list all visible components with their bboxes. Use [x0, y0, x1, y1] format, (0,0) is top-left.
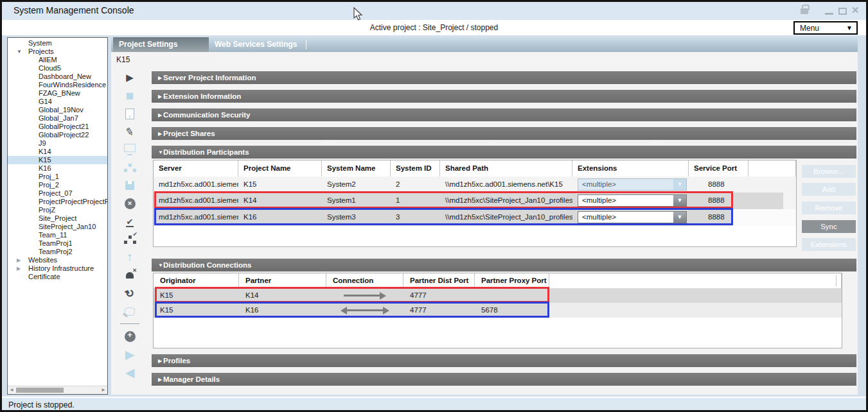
upgrade-icon[interactable]	[121, 249, 138, 266]
connection-row[interactable]: K15K144777	[154, 288, 842, 303]
tree-item-label: AllEM	[39, 56, 57, 64]
right-arrow-icon	[326, 288, 403, 303]
tree-item-websites[interactable]: ▶Websites	[8, 256, 107, 264]
tree-item-site-project[interactable]: Site_Project	[8, 214, 107, 223]
section-server-project-information[interactable]: ▶ Server Project Information	[152, 71, 856, 84]
maximize-icon[interactable]	[838, 8, 847, 15]
tree-item-global-19nov[interactable]: Global_19Nov	[8, 106, 107, 114]
participant-row[interactable]: md1zh5xc.ad001.siemensK14System11\\md1zh…	[154, 193, 796, 209]
save-icon[interactable]	[121, 177, 138, 194]
scroll-right-icon[interactable]: ►	[100, 387, 107, 393]
start-project-icon[interactable]	[121, 69, 138, 86]
tree-item-project-07[interactable]: Project_07	[8, 189, 107, 198]
section-communication-security[interactable]: ▶ Communication Security	[152, 108, 856, 121]
link-back-icon[interactable]	[121, 364, 138, 381]
extensions-dropdown[interactable]: <multiple>▼	[578, 194, 687, 207]
cell-system-id: 3	[391, 209, 440, 226]
active-project-text: Active project : Site_Project / stopped	[2, 23, 866, 32]
window-title: System Management Console	[13, 5, 134, 15]
tree-item-global-jan7[interactable]: Global_Jan7	[8, 114, 107, 123]
section-distribution-participants[interactable]: ▼ Distribution Participants	[152, 146, 856, 159]
tree-item-projz[interactable]: ProjZ	[8, 206, 107, 214]
toolbar-separator	[120, 323, 139, 324]
tree-item-history-infrastructure[interactable]: ▶History Infrastructure	[8, 264, 107, 273]
stop-project-icon[interactable]	[121, 87, 138, 104]
tree-item-k14[interactable]: K14	[8, 148, 107, 156]
tree-item-fzag-bnew[interactable]: FZAG_BNew	[8, 89, 107, 98]
section-profiles[interactable]: ▶ Profiles	[152, 354, 856, 367]
tree-item-g14[interactable]: G14	[8, 98, 107, 106]
extensions-dropdown-value: <multiple>	[578, 179, 673, 190]
add-icon[interactable]	[121, 328, 138, 345]
tree-item-dashboard-new[interactable]: Dashboard_New	[8, 73, 107, 81]
tree-item-proj-2[interactable]: Proj_2	[8, 181, 107, 189]
extensions-dropdown[interactable]: <multiple>▼	[578, 211, 687, 223]
tree-item-proj-1[interactable]: Proj_1	[8, 173, 107, 181]
tree-item-certificate[interactable]: Certificate	[8, 273, 107, 281]
tree-item-globalproject21[interactable]: GlobalProject21	[8, 123, 107, 131]
column-header-server: Server	[154, 160, 238, 176]
section-extension-information[interactable]: ▶ Extension Information	[152, 90, 856, 103]
tree-item-siteproject-jan10[interactable]: SiteProject_Jan10	[8, 223, 107, 231]
license-check-icon[interactable]	[121, 213, 138, 230]
tree-item-teamproj1[interactable]: TeamProj1	[8, 239, 107, 248]
tab-project-settings[interactable]: Project Settings	[113, 37, 209, 52]
tree-item-k16[interactable]: K16	[8, 164, 107, 173]
chevron-right-icon[interactable]: ▶	[17, 256, 24, 264]
connection-row[interactable]: K15K1647775678	[154, 303, 842, 318]
project-toolbar	[120, 69, 139, 381]
chevron-down-icon: ▼	[846, 24, 856, 31]
participant-row[interactable]: md1zh5xc.ad001.siemensK15System22\\md1zh…	[154, 176, 796, 193]
tree-item-label: TeamProj1	[39, 239, 73, 248]
scroll-left-icon[interactable]: ◄	[8, 387, 15, 393]
alarm-disable-icon[interactable]	[121, 267, 138, 284]
tree-item-projects[interactable]: ▼Projects	[8, 47, 107, 56]
chevron-down-icon[interactable]: ▼	[673, 212, 686, 223]
tree-item-teamproj2[interactable]: TeamProj2	[8, 248, 107, 256]
chevron-right-icon: ▶	[152, 131, 163, 137]
tree-horizontal-scrollbar[interactable]: ◄ ►	[8, 386, 107, 394]
edit-project-icon[interactable]	[121, 123, 138, 140]
system-edit-icon[interactable]	[121, 159, 138, 176]
chevron-down-icon[interactable]: ▼	[17, 47, 24, 56]
participant-row[interactable]: md1zh5xc.ad001.siemensK16System33\\md1zh…	[154, 209, 796, 226]
tab-web-services-settings[interactable]: Web Services Settings	[209, 37, 304, 52]
tree-item-fourwindsresidence[interactable]: FourWindsResidence	[8, 81, 107, 89]
tree-item-k15[interactable]: K15	[8, 156, 107, 164]
menu-dropdown[interactable]: Menu ▼	[793, 21, 858, 35]
sync-button[interactable]: Sync	[802, 220, 856, 233]
extensions-dropdown-value: <multiple>	[578, 195, 673, 206]
display-edit-icon[interactable]	[121, 141, 138, 158]
minimize-icon[interactable]	[825, 13, 833, 15]
section-distribution-connections[interactable]: ▼ Distribution Connections	[152, 259, 856, 271]
tree-item-cloud5[interactable]: Cloud5	[8, 64, 107, 73]
section-project-shares[interactable]: ▶ Project Shares	[152, 127, 856, 140]
chevron-right-icon[interactable]: ▶	[17, 264, 24, 273]
close-project-icon[interactable]	[121, 195, 138, 212]
chevron-down-icon[interactable]: ▼	[673, 195, 686, 206]
scrollbar-thumb[interactable]	[16, 388, 64, 393]
system-check-icon[interactable]	[121, 231, 138, 248]
tree-item-label: Dashboard_New	[39, 73, 91, 81]
database-edit-icon[interactable]	[121, 303, 138, 320]
column-header-partner-proxy-port: Partner Proxy Port	[475, 273, 549, 288]
tree-item-allem[interactable]: AllEM	[8, 56, 107, 64]
tree-item-label: Site_Project	[39, 214, 76, 223]
tree-item-j9[interactable]: J9	[8, 139, 107, 148]
section-manager-details[interactable]: ▶ Manager Details	[152, 373, 856, 386]
column-header-connection: Connection	[326, 273, 403, 288]
link-forward-icon[interactable]	[121, 346, 138, 363]
tree-item-projectprojectprojectproj[interactable]: ProjectProjectProjectProj	[8, 198, 107, 206]
close-icon[interactable]: ✕	[851, 4, 860, 16]
cell-system-name: System1	[322, 193, 391, 209]
column-header-partner: Partner	[239, 273, 326, 288]
restore-icon[interactable]	[121, 285, 138, 302]
tree-item-team-11[interactable]: Team_11	[8, 231, 107, 239]
column-header-originator: Originator	[154, 273, 239, 288]
tree-item-system[interactable]: System	[8, 39, 107, 47]
tree-item-globalproject22[interactable]: GlobalProject22	[8, 131, 107, 139]
arrow-head-right	[380, 292, 386, 300]
open-project-icon[interactable]	[121, 105, 138, 122]
cell-system-id: 2	[391, 176, 440, 193]
tree-item-label: J9	[39, 139, 46, 148]
